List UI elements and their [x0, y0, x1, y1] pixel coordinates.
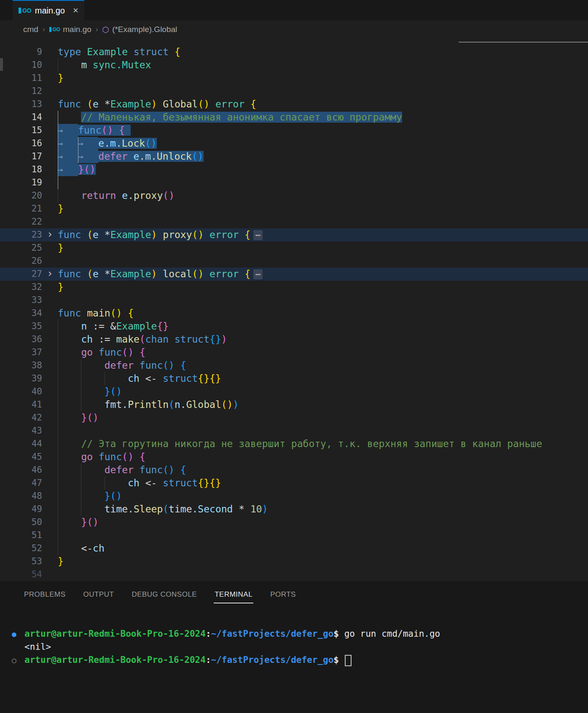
code-line[interactable]: 39ch <- struct{}{}: [0, 372, 588, 385]
line-number[interactable]: 43: [0, 424, 42, 437]
line-number[interactable]: 35: [0, 320, 42, 333]
line-number[interactable]: 49: [0, 503, 42, 516]
code-line[interactable]: 20return e.proxy(): [0, 189, 588, 202]
code-line[interactable]: 50}(): [0, 516, 588, 529]
code-line[interactable]: 27›func (e *Example) local() error {⋯: [0, 268, 588, 281]
folded-code-ellipsis[interactable]: ⋯: [253, 269, 263, 279]
tab-problems[interactable]: PROBLEMS: [23, 587, 66, 603]
line-number[interactable]: 20: [0, 189, 42, 202]
line-number[interactable]: 51: [0, 529, 42, 542]
code-line[interactable]: 21}: [0, 202, 588, 215]
command-decoration-icon[interactable]: ○: [12, 654, 24, 667]
code-line[interactable]: 35n := &Example{}: [0, 320, 588, 333]
code-line[interactable]: 9type Example struct {: [0, 46, 588, 59]
code-line[interactable]: 54: [0, 568, 588, 581]
code-line[interactable]: 34func main() {: [0, 307, 588, 320]
code-line[interactable]: 45go func() {: [0, 450, 588, 464]
code-line[interactable]: 14// Маленькая, безымянная анонимка спас…: [0, 111, 588, 124]
code-line[interactable]: 17→→defer e.m.Unlock(): [0, 150, 588, 163]
line-number[interactable]: 38: [0, 359, 42, 372]
line-number[interactable]: 23: [0, 228, 42, 241]
line-number[interactable]: 12: [0, 85, 42, 98]
line-number[interactable]: 45: [0, 450, 42, 464]
line-number[interactable]: 47: [0, 477, 42, 490]
code-line[interactable]: 48}(): [0, 490, 588, 503]
line-number[interactable]: 52: [0, 542, 42, 555]
code-line[interactable]: 11}: [0, 72, 588, 85]
tab-debug-console[interactable]: DEBUG CONSOLE: [131, 587, 198, 603]
line-number[interactable]: 46: [0, 464, 42, 477]
code-line[interactable]: 32}: [0, 281, 588, 294]
line-number[interactable]: 44: [0, 437, 42, 450]
code-line[interactable]: 40}(): [0, 385, 588, 398]
code-line[interactable]: 46defer func() {: [0, 464, 588, 477]
code-editor[interactable]: 9type Example struct {10m sync.Mutex11}1…: [0, 39, 588, 581]
code-line[interactable]: 49time.Sleep(time.Second * 10): [0, 503, 588, 516]
code-line[interactable]: 43: [0, 424, 588, 437]
code-line[interactable]: 41fmt.Println(n.Global()): [0, 398, 588, 411]
tab-terminal[interactable]: TERMINAL: [214, 587, 253, 603]
breadcrumb-item-cmd[interactable]: cmd: [23, 25, 38, 34]
code-line[interactable]: 25}: [0, 241, 588, 255]
code-line[interactable]: 10m sync.Mutex: [0, 59, 588, 72]
line-number[interactable]: 21: [0, 202, 42, 215]
line-number[interactable]: 25: [0, 241, 42, 255]
line-number[interactable]: 10: [0, 59, 42, 72]
tab-main-go[interactable]: GO main.go ×: [13, 0, 84, 20]
line-number[interactable]: 41: [0, 398, 42, 411]
code-line[interactable]: 38defer func() {: [0, 359, 588, 372]
code-line[interactable]: 47ch <- struct{}{}: [0, 477, 588, 490]
code-line[interactable]: 44// Эта горутина никогда не завершит ра…: [0, 437, 588, 450]
code-line[interactable]: 51: [0, 529, 588, 542]
code-line[interactable]: 26: [0, 255, 588, 268]
code-line[interactable]: 33: [0, 294, 588, 307]
code-line[interactable]: 15→func() {: [0, 124, 588, 137]
line-number[interactable]: 14: [0, 111, 42, 124]
code-line[interactable]: 37go func() {: [0, 346, 588, 359]
code-line[interactable]: 19: [0, 176, 588, 189]
code-line[interactable]: 18→}(): [0, 163, 588, 176]
code-line[interactable]: 12: [0, 85, 588, 98]
line-number[interactable]: 54: [0, 568, 42, 581]
line-number[interactable]: 26: [0, 255, 42, 268]
line-number[interactable]: 36: [0, 333, 42, 346]
line-number[interactable]: 19: [0, 176, 42, 189]
code-line[interactable]: 53}: [0, 555, 588, 568]
code-line[interactable]: 23›func (e *Example) proxy() error {⋯: [0, 228, 588, 241]
line-number[interactable]: 53: [0, 555, 42, 568]
line-number[interactable]: 18: [0, 163, 42, 176]
command-decoration-icon[interactable]: ●: [12, 627, 24, 641]
fold-chevron-icon[interactable]: ›: [42, 268, 58, 281]
line-number[interactable]: 48: [0, 490, 42, 503]
line-number[interactable]: 13: [0, 98, 42, 111]
line-number[interactable]: 40: [0, 385, 42, 398]
line-number[interactable]: 34: [0, 307, 42, 320]
tab-output[interactable]: OUTPUT: [82, 587, 115, 603]
line-number[interactable]: 39: [0, 372, 42, 385]
line-number[interactable]: 32: [0, 281, 42, 294]
breadcrumb-item-symbol[interactable]: ⬡ (*Example).Global: [102, 25, 177, 35]
line-number[interactable]: 33: [0, 294, 42, 307]
line-number[interactable]: 16: [0, 137, 42, 150]
line-number[interactable]: 9: [0, 46, 42, 59]
code-line[interactable]: 16→→e.m.Lock(): [0, 137, 588, 150]
line-number[interactable]: 42: [0, 411, 42, 424]
breadcrumb-item-main-go[interactable]: GO main.go: [49, 25, 91, 34]
code-line[interactable]: 36ch := make(chan struct{}): [0, 333, 588, 346]
line-number[interactable]: 37: [0, 346, 42, 359]
terminal[interactable]: ●artur@artur-Redmi-Book-Pro-16-2024:~/fa…: [0, 627, 588, 667]
code-line[interactable]: 22: [0, 215, 588, 228]
code-line[interactable]: 42}(): [0, 411, 588, 424]
line-number[interactable]: 17: [0, 150, 42, 163]
code-line[interactable]: 52<-ch: [0, 542, 588, 555]
line-number[interactable]: 11: [0, 72, 42, 85]
tab-ports[interactable]: PORTS: [269, 587, 297, 603]
line-number[interactable]: 15: [0, 124, 42, 137]
fold-chevron-icon[interactable]: ›: [42, 228, 58, 241]
line-number[interactable]: 27: [0, 268, 42, 281]
line-number[interactable]: 50: [0, 516, 42, 529]
code-line[interactable]: 13func (e *Example) Global() error {: [0, 98, 588, 111]
line-number[interactable]: 22: [0, 215, 42, 228]
folded-code-ellipsis[interactable]: ⋯: [253, 230, 263, 240]
close-icon[interactable]: ×: [73, 5, 78, 16]
